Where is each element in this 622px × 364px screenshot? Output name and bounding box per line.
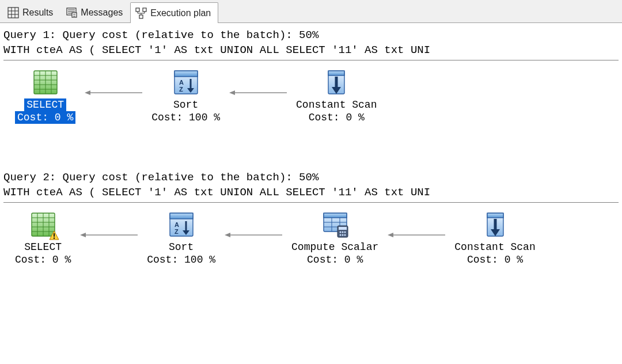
query-text: WITH cteA AS ( SELECT '1' AS txt UNION A… [3, 185, 619, 200]
flow-arrow-icon [225, 221, 282, 249]
plan-node-sort[interactable]: SortCost: 100 % [147, 211, 215, 266]
messages-icon [66, 7, 77, 18]
plan-node-label: Constant Scan [296, 98, 377, 111]
constant-scan-icon [481, 211, 509, 238]
sort-icon [168, 211, 195, 238]
tab-results[interactable]: Results [2, 2, 60, 22]
sort-icon [172, 69, 200, 96]
tab-messages-label: Messages [81, 7, 123, 18]
plan-node-cost: Cost: 100 % [147, 253, 215, 266]
tab-execution-plan[interactable]: Execution plan [130, 2, 218, 23]
plan-node-label: Sort [169, 241, 194, 253]
plan-row: SELECTCost: 0 %SortCost: 100 %Constant S… [3, 66, 619, 124]
tab-execution-plan-label: Execution plan [150, 8, 211, 18]
select-icon [29, 211, 57, 238]
execution-plan-pane[interactable]: Query 1: Query cost (relative to the bat… [0, 23, 622, 266]
plan-node-constant-scan[interactable]: Constant ScanCost: 0 % [454, 211, 535, 266]
constant-scan-icon [323, 69, 350, 96]
flow-arrow-icon [85, 79, 142, 107]
query-text: WITH cteA AS ( SELECT '1' AS txt UNION A… [3, 43, 619, 58]
query-block: Query 2: Query cost (relative to the bat… [3, 170, 619, 266]
query-header: Query 2: Query cost (relative to the bat… [3, 170, 619, 185]
plan-node-label: SELECT [24, 241, 62, 253]
plan-node-cost: Cost: 0 % [309, 111, 365, 124]
flow-arrow-icon [80, 221, 138, 249]
plan-node-cost: Cost: 0 % [15, 111, 75, 124]
tab-bar: Results Messages Execution plan [0, 0, 622, 23]
plan-node-sort[interactable]: SortCost: 100 % [151, 69, 220, 124]
query-header: Query 1: Query cost (relative to the bat… [3, 28, 619, 43]
plan-node-cost: Cost: 0 % [307, 253, 363, 266]
separator [3, 202, 619, 203]
plan-node-label: Sort [173, 98, 198, 111]
grid-icon [7, 7, 19, 18]
compute-scalar-icon [321, 211, 349, 238]
separator [3, 60, 619, 60]
query-block: Query 1: Query cost (relative to the bat… [3, 28, 619, 124]
tab-results-label: Results [22, 7, 53, 18]
flow-arrow-icon [388, 221, 445, 249]
plan-node-cost: Cost: 100 % [151, 111, 220, 124]
plan-row: SELECTCost: 0 %SortCost: 100 %Compute Sc… [3, 208, 619, 266]
select-icon [32, 69, 59, 96]
plan-node-select[interactable]: SELECTCost: 0 % [15, 211, 71, 266]
plan-node-label: Compute Scalar [291, 241, 378, 253]
plan-node-select[interactable]: SELECTCost: 0 % [15, 69, 75, 124]
plan-node-label: SELECT [24, 98, 66, 111]
warning-icon [49, 230, 59, 241]
tab-messages[interactable]: Messages [60, 2, 130, 22]
plan-node-cost: Cost: 0 % [467, 253, 523, 266]
flow-arrow-icon [229, 79, 287, 107]
plan-node-label: Constant Scan [454, 241, 535, 253]
plan-icon [135, 7, 147, 19]
plan-node-cost: Cost: 0 % [15, 253, 71, 266]
plan-node-constant-scan[interactable]: Constant ScanCost: 0 % [296, 69, 377, 124]
plan-node-compute-scalar[interactable]: Compute ScalarCost: 0 % [291, 211, 378, 266]
